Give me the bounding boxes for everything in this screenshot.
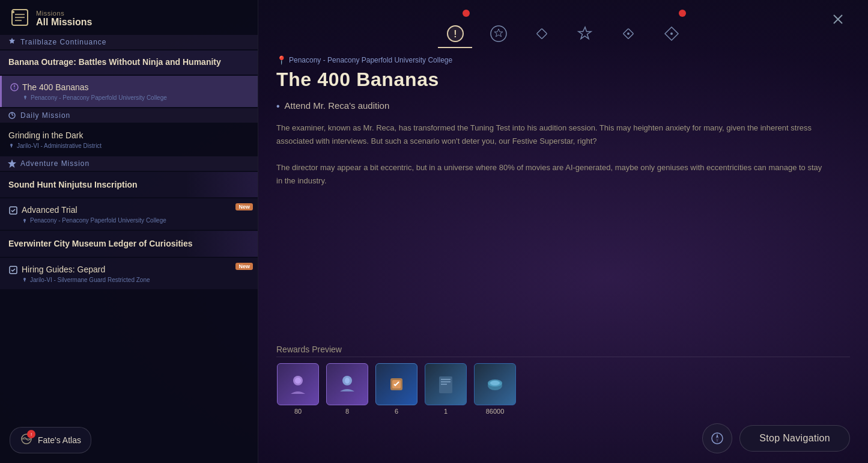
- gepard-icon: [8, 265, 18, 277]
- fate-atlas-notification: !: [27, 430, 35, 438]
- advanced-trial-title: Advanced Trial: [22, 204, 166, 215]
- tab-compass[interactable]: [607, 5, 650, 48]
- svg-point-23: [670, 32, 673, 35]
- grinding-title: Grinding in the Dark: [8, 130, 249, 141]
- mission-item-grinding[interactable]: Grinding in the Dark Jarilo-VI - Adminis…: [0, 124, 258, 155]
- objective-text: Attend Mr. Reca's audition: [285, 100, 390, 111]
- reward-item-4: 1: [424, 363, 467, 415]
- trailblaze-section-label: Trailblaze Continuance: [20, 38, 106, 46]
- adventure-section-label: Adventure Mission: [20, 159, 90, 168]
- svg-point-38: [490, 381, 500, 385]
- rewards-items: 80 8 6: [276, 363, 850, 415]
- left-panel: Missions All Missions Trailblaze Continu…: [0, 0, 258, 463]
- tab-star[interactable]: [563, 5, 607, 48]
- missions-subtitle: All Missions: [36, 17, 92, 28]
- banana-outrage-title: Banana Outrage: Battles Without Ninja an…: [8, 57, 249, 69]
- reward-count-3: 6: [395, 408, 398, 415]
- svg-point-27: [295, 378, 301, 384]
- gepard-title: Hiring Guides: Gepard: [22, 264, 150, 275]
- reward-item-5: 86000: [473, 363, 517, 415]
- svg-rect-34: [441, 381, 451, 382]
- section-trailblaze: Trailblaze Continuance: [0, 35, 258, 49]
- missions-label: Missions: [36, 10, 92, 17]
- reward-icon-2: [326, 363, 368, 405]
- advanced-trial-new-badge: New: [235, 203, 253, 210]
- reward-count-1: 80: [294, 408, 302, 415]
- mission-item-sound-hunt[interactable]: Sound Hunt Ninjutsu Inscription: [0, 172, 258, 197]
- svg-marker-6: [14, 84, 16, 87]
- diamond-dot-notification: [679, 10, 686, 17]
- reward-item-3: 6: [375, 363, 418, 415]
- rewards-header: Rewards Preview: [276, 345, 850, 357]
- mission-item-everwinter[interactable]: Everwinter City Museum Ledger of Curiosi…: [0, 231, 258, 256]
- grinding-location: Jarilo-VI - Administrative District: [8, 143, 249, 149]
- section-adventure: Adventure Mission: [0, 156, 258, 171]
- reward-count-4: 1: [444, 408, 448, 415]
- stop-navigation-section: Stop Navigation: [702, 423, 850, 453]
- mission-objective: • Attend Mr. Reca's audition: [276, 100, 850, 112]
- tab-diamond-dot[interactable]: [650, 5, 693, 48]
- advanced-trial-location: Penacony - Penacony Paperfold University…: [22, 217, 166, 224]
- advanced-trial-icon: [8, 206, 18, 218]
- gepard-new-badge: New: [235, 263, 253, 270]
- fate-atlas-button[interactable]: ! Fate's Atlas: [10, 427, 91, 453]
- gepard-location: Jarilo-VI - Silvermane Guard Restricted …: [22, 277, 150, 283]
- reward-count-5: 86000: [486, 408, 505, 415]
- navigate-circle-button[interactable]: [702, 423, 732, 453]
- svg-text:!: !: [454, 29, 457, 39]
- tab-diamond[interactable]: [520, 5, 563, 48]
- mission-main-title: The 400 Bananas: [276, 69, 850, 91]
- fate-atlas-label: Fate's Atlas: [38, 435, 81, 445]
- mission-content: 📍 Penacony - Penacony Paperfold Universi…: [276, 48, 850, 188]
- mission-item-banana-outrage[interactable]: Banana Outrage: Battles Without Ninja an…: [0, 51, 258, 75]
- svg-point-4: [12, 11, 14, 13]
- svg-rect-20: [536, 29, 547, 39]
- reward-icon-3: [375, 363, 417, 405]
- svg-rect-35: [441, 384, 447, 385]
- alert-notification: [463, 10, 470, 17]
- reward-item-1: 80: [276, 363, 320, 415]
- breadcrumb-pin-icon: 📍: [276, 55, 287, 65]
- daily-section-label: Daily Mission: [20, 111, 70, 120]
- 400-bananas-location: Penacony - Penacony Paperfold University…: [22, 94, 167, 101]
- objective-bullet-icon: •: [276, 101, 280, 112]
- reward-icon-4: [425, 363, 467, 405]
- 400-bananas-title: The 400 Bananas: [22, 82, 167, 93]
- svg-marker-7: [14, 87, 16, 90]
- fate-atlas-icon-container: !: [20, 432, 33, 448]
- reward-icon-5: [474, 363, 516, 405]
- tab-star-circle[interactable]: [477, 5, 520, 48]
- svg-rect-33: [441, 379, 451, 380]
- missions-icon: [10, 7, 30, 30]
- rewards-section: Rewards Preview 80 8: [258, 345, 868, 415]
- missions-header: Missions All Missions: [0, 0, 258, 35]
- close-button[interactable]: [826, 7, 850, 31]
- mission-item-400-bananas[interactable]: The 400 Bananas Penacony - Penacony Pape…: [0, 76, 258, 107]
- mission-item-advanced-trial[interactable]: Advanced Trial Penacony - Penacony Paper…: [0, 198, 258, 230]
- svg-point-29: [345, 378, 350, 384]
- stop-navigation-button[interactable]: Stop Navigation: [739, 425, 850, 452]
- breadcrumb: 📍 Penacony - Penacony Paperfold Universi…: [276, 55, 850, 65]
- breadcrumb-text: Penacony - Penacony Paperfold University…: [289, 56, 452, 64]
- everwinter-title: Everwinter City Museum Ledger of Curiosi…: [8, 238, 249, 249]
- compass-icon: [10, 83, 19, 94]
- mission-description: The examiner, known as Mr. Reca, has tra…: [276, 121, 829, 188]
- top-navigation: !: [276, 0, 850, 48]
- sound-hunt-title: Sound Hunt Ninjutsu Inscription: [8, 179, 249, 190]
- reward-count-2: 8: [345, 408, 349, 415]
- reward-icon-1: [277, 363, 319, 405]
- missions-title-group: Missions All Missions: [36, 10, 92, 28]
- section-daily: Daily Mission: [0, 108, 258, 123]
- mission-item-gepard[interactable]: Hiring Guides: Gepard Jarilo-VI - Silver…: [0, 258, 258, 289]
- reward-item-2: 8: [326, 363, 369, 415]
- svg-point-22: [627, 32, 630, 35]
- tab-alert[interactable]: !: [434, 5, 477, 48]
